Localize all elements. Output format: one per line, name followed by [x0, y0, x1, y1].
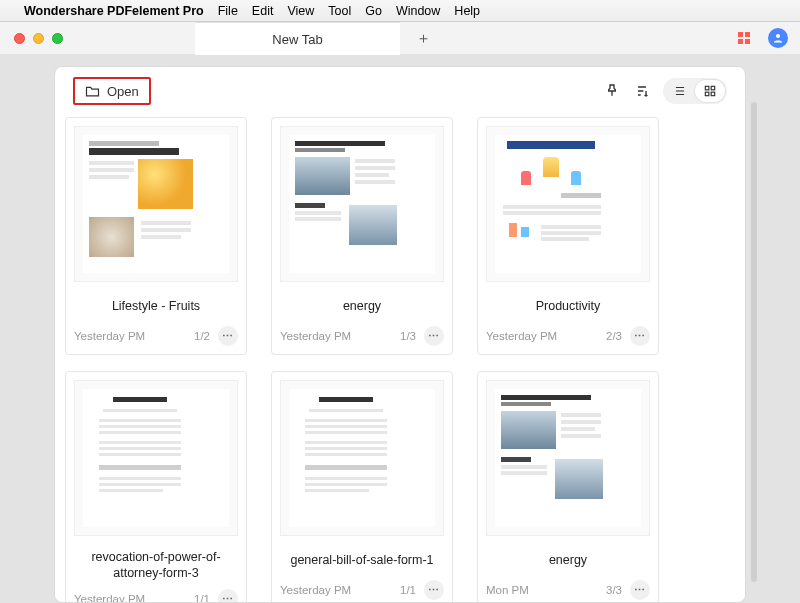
document-thumbnail: [486, 380, 650, 536]
menu-edit[interactable]: Edit: [252, 4, 274, 18]
tab-label: New Tab: [272, 32, 322, 47]
document-card[interactable]: ProductivityYesterday PM2/3⋯: [477, 117, 659, 355]
document-pages: 1/1: [194, 593, 210, 602]
fullscreen-window-button[interactable]: [52, 33, 63, 44]
document-pages: 2/3: [606, 330, 622, 342]
menu-go[interactable]: Go: [365, 4, 382, 18]
document-pages: 1/3: [400, 330, 416, 342]
app-name[interactable]: Wondershare PDFelement Pro: [24, 4, 204, 18]
svg-rect-4: [711, 92, 715, 96]
mac-menubar: Wondershare PDFelement Pro File Edit Vie…: [0, 0, 800, 22]
document-card[interactable]: energyYesterday PM1/3⋯: [271, 117, 453, 355]
document-thumbnail: [280, 380, 444, 536]
document-time: Yesterday PM: [280, 584, 351, 596]
document-card[interactable]: energyMon PM3/3⋯: [477, 371, 659, 602]
document-thumbnail: [74, 380, 238, 536]
scrollbar[interactable]: [751, 102, 757, 582]
grid-view-button[interactable]: [695, 80, 725, 102]
document-card[interactable]: general-bill-of-sale-form-1Yesterday PM1…: [271, 371, 453, 602]
document-title: energy: [478, 544, 658, 574]
document-time: Yesterday PM: [280, 330, 351, 342]
document-pages: 1/2: [194, 330, 210, 342]
document-thumbnail: [280, 126, 444, 282]
menu-help[interactable]: Help: [454, 4, 480, 18]
list-view-button[interactable]: [665, 80, 695, 102]
pin-icon[interactable]: [603, 82, 621, 100]
document-time: Yesterday PM: [486, 330, 557, 342]
document-title: Lifestyle - Fruits: [66, 290, 246, 320]
open-button[interactable]: Open: [73, 77, 151, 105]
svg-rect-2: [711, 86, 715, 90]
workspace: Open: [0, 55, 800, 603]
document-more-button[interactable]: ⋯: [630, 580, 650, 600]
open-button-label: Open: [107, 84, 139, 99]
document-grid: Lifestyle - FruitsYesterday PM1/2⋯ energ…: [55, 115, 745, 602]
document-meta: Yesterday PM1/3⋯: [272, 320, 452, 354]
account-avatar[interactable]: [768, 28, 788, 48]
document-meta: Yesterday PM2/3⋯: [478, 320, 658, 354]
folder-icon: [85, 85, 100, 97]
document-more-button[interactable]: ⋯: [218, 589, 238, 602]
document-title: energy: [272, 290, 452, 320]
document-title: revocation-of-power-of-attorney-form-3: [66, 544, 246, 583]
tab-new[interactable]: New Tab: [195, 22, 400, 55]
close-window-button[interactable]: [14, 33, 25, 44]
svg-point-0: [776, 34, 780, 38]
document-thumbnail: [486, 126, 650, 282]
sort-icon[interactable]: [633, 82, 651, 100]
document-card[interactable]: Lifestyle - FruitsYesterday PM1/2⋯: [65, 117, 247, 355]
svg-rect-3: [705, 92, 709, 96]
header-tools: [603, 78, 727, 104]
new-tab-button[interactable]: ＋: [415, 30, 431, 46]
document-time: Yesterday PM: [74, 593, 145, 602]
view-switch: [663, 78, 727, 104]
plus-icon: ＋: [416, 29, 431, 48]
document-pages: 3/3: [606, 584, 622, 596]
document-thumbnail: [74, 126, 238, 282]
document-meta: Yesterday PM1/1⋯: [272, 574, 452, 602]
document-more-button[interactable]: ⋯: [424, 326, 444, 346]
apps-grid-icon[interactable]: [738, 32, 750, 44]
document-meta: Yesterday PM1/2⋯: [66, 320, 246, 354]
recent-panel: Open: [55, 67, 745, 602]
menu-window[interactable]: Window: [396, 4, 440, 18]
document-meta: Mon PM3/3⋯: [478, 574, 658, 602]
document-title: general-bill-of-sale-form-1: [272, 544, 452, 574]
document-meta: Yesterday PM1/1⋯: [66, 583, 246, 602]
document-card[interactable]: revocation-of-power-of-attorney-form-3Ye…: [65, 371, 247, 602]
window-controls: [0, 33, 63, 44]
minimize-window-button[interactable]: [33, 33, 44, 44]
menu-file[interactable]: File: [218, 4, 238, 18]
panel-header: Open: [55, 67, 745, 115]
document-pages: 1/1: [400, 584, 416, 596]
menu-tool[interactable]: Tool: [328, 4, 351, 18]
document-more-button[interactable]: ⋯: [218, 326, 238, 346]
document-more-button[interactable]: ⋯: [424, 580, 444, 600]
document-time: Yesterday PM: [74, 330, 145, 342]
titlebar: New Tab ＋: [0, 22, 800, 55]
document-time: Mon PM: [486, 584, 529, 596]
document-more-button[interactable]: ⋯: [630, 326, 650, 346]
menu-view[interactable]: View: [287, 4, 314, 18]
document-title: Productivity: [478, 290, 658, 320]
svg-rect-1: [705, 86, 709, 90]
